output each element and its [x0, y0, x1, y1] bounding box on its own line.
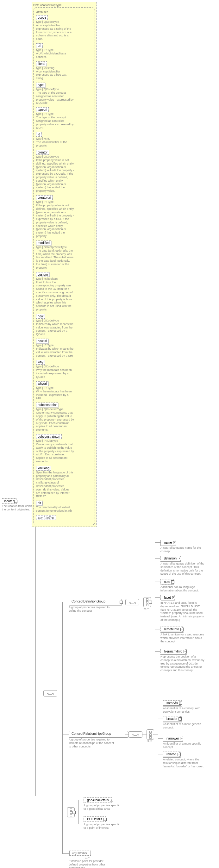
attr-type: type | xs:boolean — [36, 277, 92, 280]
expand-icon[interactable]: + — [172, 596, 175, 599]
collapse-icon[interactable]: − — [152, 733, 155, 736]
element-desc: A natural language name for the concept. — [160, 546, 205, 553]
ext-label: any ##other — [72, 851, 87, 855]
attr-whyuri: whyuri — [36, 381, 49, 386]
extension-any-other: any ##other — [69, 850, 91, 856]
element-hierarchyInfo[interactable]: hierarchyInfo+ — [160, 649, 186, 655]
expand-icon[interactable]: + — [179, 702, 182, 705]
attr-type: type | QCodeType — [36, 88, 92, 91]
element-desc: A link to an item or a web resource whic… — [160, 633, 205, 643]
attr-type: type | QCodeType — [36, 319, 92, 322]
element-desc: In NAR 1.8 and later, facet is deprecate… — [160, 601, 205, 622]
element-narrower[interactable]: narrower+ — [163, 736, 183, 742]
attr-type: type | QCodeListType — [36, 408, 92, 411]
attr-desc: The type of the concept assigned as cont… — [36, 91, 74, 105]
attr-creatoruri: creatoruri — [36, 195, 53, 200]
attr-type: type | IRIListType — [36, 439, 92, 442]
element-desc: An identifier of a more generic concept. — [163, 722, 207, 730]
attr-desc: The type of the concept assigned as cont… — [36, 116, 74, 129]
attr-pubconstraint: pubconstraint — [36, 403, 58, 407]
attr-howuri: howuri — [36, 339, 49, 343]
type-title: FlexLocationPropType — [33, 3, 95, 7]
element-desc: A group of properties specific to a geop… — [84, 804, 123, 811]
element-POIDetails[interactable]: POIDetails+ — [84, 816, 106, 822]
collapse-icon[interactable]: − — [72, 811, 75, 814]
attr-custom: custom — [36, 272, 50, 277]
element-desc: An identifier of a concept with equivale… — [163, 707, 207, 714]
attr-desc: One or many constraints that apply to pu… — [36, 443, 74, 463]
root-desc: The location from which the content orig… — [2, 504, 34, 512]
attr-type: type | IRIType — [36, 49, 92, 52]
ext-desc: Extension point for provider-defined pro… — [69, 860, 107, 868]
element-related[interactable]: related+ — [163, 751, 180, 757]
expand-icon[interactable]: + — [171, 580, 175, 584]
element-desc: A group of properties specific to a poin… — [84, 823, 123, 830]
collapse-icon[interactable]: − — [149, 600, 152, 604]
attr-literal: literal — [36, 61, 47, 66]
attr-type: type | IRIType — [36, 112, 92, 116]
element-desc: Additional natural language information … — [160, 585, 205, 592]
element-broader[interactable]: broader+ — [163, 716, 181, 722]
expand-icon[interactable]: + — [178, 753, 181, 756]
attr-modified: modified — [36, 241, 51, 245]
attr-desc: Why the metadata has been included - exp… — [36, 368, 74, 378]
element-facet[interactable]: facet+ — [160, 595, 175, 600]
attr-type: type | xs:string — [36, 66, 92, 70]
group-concept-definition[interactable]: ConceptDefinitionGroup − — [69, 599, 122, 606]
sequence-cdef — [125, 599, 139, 606]
expand-icon[interactable]: + — [178, 557, 181, 560]
expand-icon[interactable]: + — [110, 799, 113, 802]
mult-cdef: 0..∞ — [144, 607, 149, 610]
group-cdef-label: ConceptDefinitionGroup — [71, 600, 105, 603]
expand-icon[interactable]: + — [180, 628, 184, 631]
expand-icon[interactable]: + — [184, 650, 187, 653]
attr-type: type | IRIType — [36, 386, 92, 390]
type-container: FlexLocationPropType attributes qcodetyp… — [32, 2, 96, 527]
expand-icon[interactable]: + — [173, 541, 176, 544]
element-name[interactable]: name+ — [160, 540, 176, 546]
root-element-located[interactable]: located − — [2, 498, 17, 504]
attr-pubconstrainturi: pubconstrainturi — [36, 434, 62, 439]
attr-type: type | DateOptTimeType — [36, 246, 92, 249]
attr-dir: dir — [36, 501, 43, 505]
attr-creator: creator — [36, 150, 49, 155]
attr-desc: If set to true the corresponding propert… — [36, 281, 74, 311]
sequence-main — [43, 690, 57, 696]
attr-desc: A URI which identifies a concept. — [36, 52, 74, 59]
attr-type: type | IRIType — [36, 200, 92, 204]
attr-type: type | xs:ID — [36, 137, 92, 140]
attr-how: how — [36, 314, 45, 319]
attr-typeuri: typeuri — [36, 107, 49, 112]
mult-crel: 0..∞ — [148, 740, 152, 742]
attr-desc: The date (and, optionally, the time) whe… — [36, 249, 74, 270]
expand-icon[interactable]: + — [180, 737, 183, 740]
group-crel-desc: A group of properties required to indica… — [69, 738, 116, 748]
element-desc: A related concept, where the relationshi… — [163, 758, 207, 768]
attr-type: type | QCodeType — [36, 365, 92, 368]
attr-qcode: qcode — [36, 15, 48, 20]
any-other-attr: any ##other — [36, 515, 56, 520]
element-desc: Represents the position of a concept in … — [160, 655, 205, 672]
attr-id: id — [36, 132, 42, 137]
group-concept-relationships[interactable]: ConceptRelationshipsGroup − — [69, 731, 128, 738]
element-remoteInfo[interactable]: remoteInfo+ — [160, 626, 183, 632]
element-sameAs[interactable]: sameAs+ — [163, 700, 182, 706]
expand-icon[interactable]: + — [179, 717, 182, 720]
attr-why: why — [36, 360, 45, 365]
attr-desc: Specifies the language of this property … — [36, 471, 74, 498]
element-geoAreaDetails[interactable]: geoAreaDetails+ — [84, 798, 112, 803]
sequence-crel — [128, 731, 143, 738]
attributes-title: attributes — [36, 10, 92, 14]
element-definition[interactable]: definition+ — [160, 556, 181, 562]
group-crel-label: ConceptRelationshipsGroup — [71, 732, 111, 736]
attr-type: type | IRIType — [36, 344, 92, 347]
attr-uri: uri — [36, 43, 43, 48]
expand-icon[interactable]: + — [103, 818, 107, 821]
root-label: located — [4, 499, 14, 503]
attr-type: type | QCodeType — [36, 155, 92, 158]
element-desc: An identifier of a more specific concept… — [163, 742, 207, 749]
attr-desc: The local identifier of the property. — [36, 141, 74, 148]
attr-desc: One or many constraints that apply to pu… — [36, 411, 74, 432]
element-note[interactable]: note+ — [160, 579, 174, 585]
element-desc: A natural language definition of the sem… — [160, 562, 205, 576]
